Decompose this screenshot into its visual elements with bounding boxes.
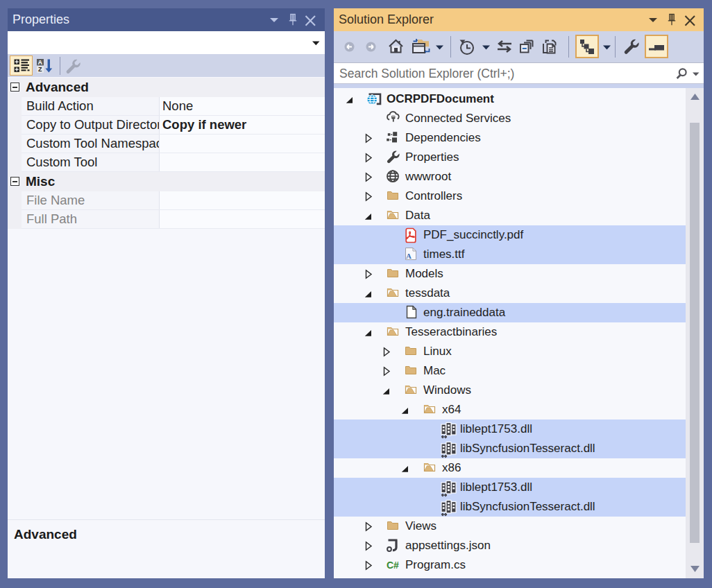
svg-text:Z: Z <box>38 66 42 73</box>
svg-text:A: A <box>406 252 412 260</box>
svg-text:C#: C# <box>387 560 399 571</box>
svg-text:A: A <box>38 59 43 66</box>
